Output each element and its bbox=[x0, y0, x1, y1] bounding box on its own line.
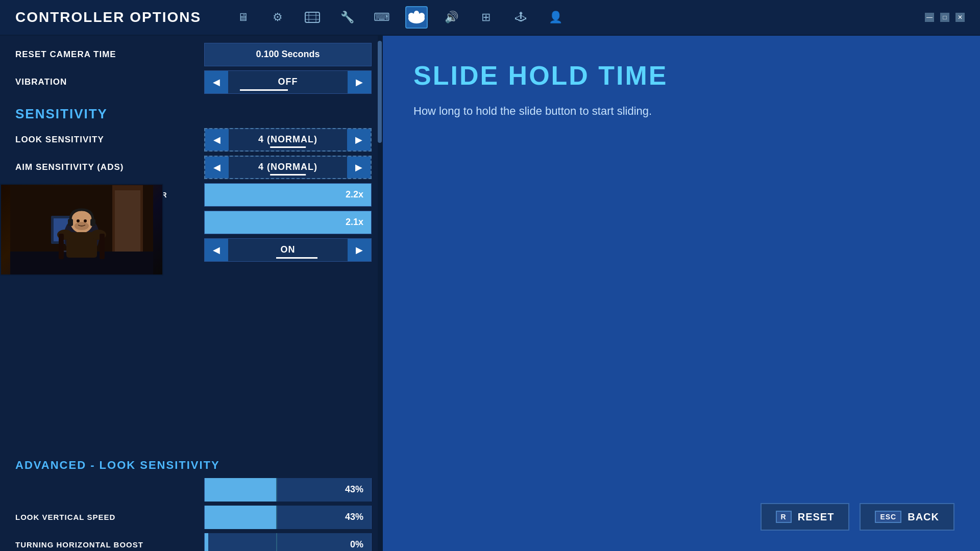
page-title: CONTROLLER OPTIONS bbox=[15, 9, 201, 26]
svg-point-7 bbox=[419, 13, 425, 19]
build-mode-sensitivity-control[interactable]: 2.2x bbox=[204, 183, 372, 207]
look-sensitivity-slider bbox=[270, 146, 306, 148]
svg-point-8 bbox=[414, 11, 419, 16]
aim-sensitivity-control: ◀ 4 (NORMAL) ▶ bbox=[204, 156, 372, 179]
look-vertical-speed-label: LOOK VERTICAL SPEED bbox=[15, 513, 204, 521]
scroll-indicator[interactable] bbox=[378, 36, 382, 551]
svg-rect-24 bbox=[59, 234, 64, 259]
close-button[interactable]: ✕ bbox=[955, 13, 965, 22]
vibration-arrows: ◀ OFF ▶ bbox=[205, 71, 371, 93]
right-panel: SLIDE HOLD TIME How long to hold the sli… bbox=[383, 36, 980, 551]
edit-mode-right-arrow[interactable]: ▶ bbox=[348, 239, 371, 261]
info-description: How long to hold the slide button to sta… bbox=[413, 103, 669, 119]
speaker-icon[interactable]: 🔊 bbox=[440, 6, 462, 29]
look-sensitivity-row: LOOK SENSITIVITY ◀ 4 (NORMAL) ▶ bbox=[0, 126, 382, 154]
aim-sensitivity-slider bbox=[270, 174, 306, 176]
joystick-icon[interactable]: 🕹 bbox=[509, 6, 532, 29]
minimize-button[interactable]: — bbox=[925, 13, 934, 22]
turning-horizontal-fill bbox=[205, 533, 208, 552]
svg-point-26 bbox=[77, 219, 80, 222]
monitor-icon[interactable]: 🖥 bbox=[232, 6, 254, 29]
look-sensitivity-value: 4 (NORMAL) bbox=[229, 129, 347, 151]
svg-point-6 bbox=[408, 13, 414, 19]
keyboard-icon[interactable]: ⌨ bbox=[371, 6, 393, 29]
vibration-label: VIBRATION bbox=[15, 77, 204, 87]
edit-mode-left-arrow[interactable]: ◀ bbox=[205, 239, 228, 261]
reset-button[interactable]: R RESET bbox=[761, 503, 850, 531]
scroll-thumb[interactable] bbox=[378, 41, 382, 143]
look-vertical-value: 43% bbox=[345, 512, 363, 522]
gamepad-active-icon[interactable] bbox=[405, 6, 428, 29]
look-vertical-speed-control: 43% bbox=[204, 506, 372, 529]
sensitivity-section-header: SENSITIVITY bbox=[0, 96, 382, 126]
webcam-person-svg bbox=[10, 185, 153, 274]
build-mode-sensitivity-value: 2.2x bbox=[346, 189, 363, 200]
webcam-overlay bbox=[0, 184, 163, 276]
grid-icon[interactable]: ⊞ bbox=[475, 6, 497, 29]
nav-icons: 🖥 ⚙ 🔧 ⌨ 🔊 ⊞ 🕹 👤 bbox=[232, 6, 567, 29]
look-sensitivity-control: ◀ 4 (NORMAL) ▶ bbox=[204, 128, 372, 152]
look-horizontal-slider[interactable]: 43% bbox=[205, 478, 371, 502]
svg-point-27 bbox=[84, 219, 87, 222]
look-vertical-slider[interactable]: 43% bbox=[205, 506, 371, 529]
look-sensitivity-right-arrow[interactable]: ▶ bbox=[347, 129, 371, 151]
turning-horizontal-slider[interactable]: 0% bbox=[205, 533, 371, 552]
turning-horizontal-boost-label: TURNING HORIZONTAL BOOST bbox=[15, 540, 204, 549]
back-button[interactable]: Esc BACK bbox=[860, 503, 954, 531]
edit-mode-arrows: ◀ ON ▶ bbox=[205, 239, 371, 261]
back-label: BACK bbox=[908, 511, 939, 523]
turning-horizontal-boost-row: TURNING HORIZONTAL BOOST 0% bbox=[0, 531, 382, 551]
vibration-right-arrow[interactable]: ▶ bbox=[348, 71, 371, 93]
edit-mode-control: ◀ ON ▶ bbox=[204, 238, 372, 262]
advanced-look-section: ADVANCED - LOOK SENSITIVITY bbox=[0, 453, 382, 476]
webcam-feed bbox=[1, 185, 162, 274]
svg-rect-11 bbox=[115, 190, 140, 252]
reset-camera-time-value: 0.100 Seconds bbox=[256, 49, 320, 60]
look-horizontal-speed-control: 43% bbox=[204, 478, 372, 502]
edit-mode-slider bbox=[276, 257, 318, 259]
svg-point-28 bbox=[75, 222, 89, 230]
vibration-control: ◀ OFF ▶ bbox=[204, 70, 372, 94]
reset-camera-time-control[interactable]: 0.100 Seconds bbox=[204, 43, 372, 66]
main-layout: RESET CAMERA TIME 0.100 Seconds VIBRATIO… bbox=[0, 36, 980, 551]
reset-label: RESET bbox=[798, 511, 835, 523]
vibration-row: VIBRATION ◀ OFF ▶ bbox=[0, 68, 382, 96]
edit-mode-value: ON bbox=[228, 239, 348, 261]
aim-sensitivity-left-arrow[interactable]: ◀ bbox=[205, 157, 229, 178]
look-vertical-speed-row: LOOK VERTICAL SPEED 43% bbox=[0, 504, 382, 531]
settings-gear-icon[interactable]: ⚙ bbox=[266, 6, 289, 29]
maximize-button[interactable]: □ bbox=[940, 13, 949, 22]
svg-rect-0 bbox=[305, 12, 320, 22]
top-bar: CONTROLLER OPTIONS 🖥 ⚙ 🔧 ⌨ 🔊 ⊞ 🕹 bbox=[0, 0, 980, 36]
look-horizontal-value: 43% bbox=[345, 484, 363, 495]
vibration-value: OFF bbox=[228, 71, 348, 93]
aim-sensitivity-label: AIM SENSITIVITY (ADS) bbox=[15, 162, 204, 172]
reset-camera-time-label: RESET CAMERA TIME bbox=[15, 49, 204, 60]
reset-key: R bbox=[776, 511, 792, 523]
look-sensitivity-arrows: ◀ 4 (NORMAL) ▶ bbox=[205, 129, 371, 151]
aim-sensitivity-value: 4 (NORMAL) bbox=[229, 157, 347, 178]
info-title: SLIDE HOLD TIME bbox=[413, 61, 949, 90]
aim-sensitivity-arrows: ◀ 4 (NORMAL) ▶ bbox=[205, 157, 371, 178]
turning-horizontal-tick bbox=[276, 533, 277, 552]
window-controls: — □ ✕ bbox=[925, 13, 965, 22]
left-panel: RESET CAMERA TIME 0.100 Seconds VIBRATIO… bbox=[0, 36, 383, 551]
build-mode-sensitivity-2-control[interactable]: 2.1x bbox=[204, 211, 372, 234]
profile-icon[interactable]: 👤 bbox=[544, 6, 567, 29]
aim-sensitivity-right-arrow[interactable]: ▶ bbox=[347, 157, 371, 178]
settings-list: RESET CAMERA TIME 0.100 Seconds VIBRATIO… bbox=[0, 36, 382, 551]
svg-rect-19 bbox=[68, 219, 73, 226]
vibration-left-arrow[interactable]: ◀ bbox=[205, 71, 228, 93]
look-sensitivity-label: LOOK SENSITIVITY bbox=[15, 135, 204, 145]
look-sensitivity-left-arrow[interactable]: ◀ bbox=[205, 129, 229, 151]
look-vertical-tick bbox=[276, 506, 277, 529]
look-horizontal-fill bbox=[205, 478, 276, 502]
controller-layout-icon[interactable] bbox=[301, 6, 324, 29]
aim-sensitivity-row: AIM SENSITIVITY (ADS) ◀ 4 (NORMAL) ▶ bbox=[0, 154, 382, 181]
svg-rect-25 bbox=[100, 234, 105, 259]
look-vertical-fill bbox=[205, 506, 276, 529]
reset-camera-time-row: RESET CAMERA TIME 0.100 Seconds bbox=[0, 41, 382, 68]
look-horizontal-tick bbox=[276, 478, 277, 502]
wrench-icon[interactable]: 🔧 bbox=[336, 6, 358, 29]
bottom-buttons: R RESET Esc BACK bbox=[761, 503, 954, 531]
